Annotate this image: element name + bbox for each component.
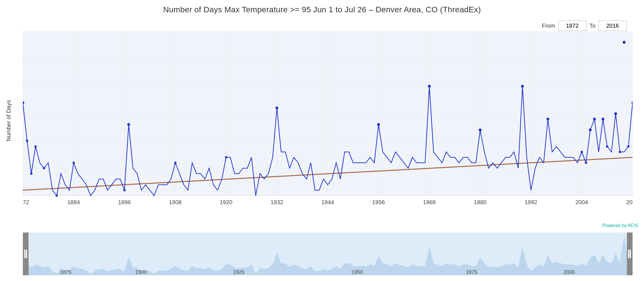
svg-text:2016: 2016	[626, 199, 633, 205]
chart-container: Number of Days Max Temperature >= 95 Jun…	[0, 0, 644, 281]
svg-text:1944: 1944	[321, 199, 334, 205]
svg-point-49	[123, 189, 126, 191]
y-axis-label: Number of Days	[0, 31, 17, 210]
main-chart: 0 5 10 15 20 25 30 1872 1884 1896 1908 1…	[23, 31, 633, 210]
svg-point-43	[26, 140, 28, 142]
svg-point-54	[377, 123, 380, 126]
from-label: From	[542, 23, 555, 29]
svg-point-56	[479, 129, 482, 131]
svg-text:1900: 1900	[135, 269, 147, 275]
svg-point-62	[614, 112, 617, 115]
svg-point-58	[546, 118, 549, 121]
svg-text:1975: 1975	[466, 269, 477, 275]
minimap: 1875 1900 1925 1950 1975 2000	[23, 232, 633, 275]
svg-text:1968: 1968	[423, 199, 436, 205]
to-label: To	[589, 23, 595, 29]
svg-point-60	[593, 118, 596, 121]
svg-point-63	[619, 151, 621, 153]
svg-point-69	[581, 151, 583, 153]
svg-point-51	[174, 162, 176, 164]
svg-point-53	[275, 107, 278, 109]
svg-point-57	[521, 85, 524, 88]
svg-text:1920: 1920	[220, 199, 233, 205]
chart-title: Number of Days Max Temperature >= 95 Jun…	[0, 0, 644, 14]
svg-point-64	[623, 41, 625, 44]
svg-rect-75	[630, 250, 631, 258]
svg-text:2000: 2000	[564, 269, 575, 275]
svg-rect-71	[23, 232, 633, 275]
svg-rect-73	[26, 250, 27, 258]
svg-point-61	[606, 145, 608, 148]
svg-text:1872: 1872	[23, 199, 29, 205]
svg-rect-72	[24, 250, 25, 258]
controls: From To	[542, 21, 627, 31]
svg-text:1875: 1875	[60, 269, 71, 275]
svg-text:1950: 1950	[352, 269, 363, 275]
svg-text:1932: 1932	[271, 199, 283, 205]
svg-text:1908: 1908	[169, 199, 182, 205]
svg-text:2004: 2004	[575, 199, 588, 205]
svg-text:1896: 1896	[118, 199, 131, 205]
svg-point-50	[127, 123, 130, 126]
svg-point-55	[428, 85, 431, 88]
to-input[interactable]	[598, 21, 627, 31]
svg-text:1980: 1980	[474, 199, 487, 205]
svg-point-65	[627, 145, 629, 148]
svg-rect-74	[628, 250, 629, 258]
svg-point-48	[73, 162, 75, 164]
svg-point-44	[30, 172, 33, 175]
svg-point-67	[601, 118, 604, 121]
svg-text:1956: 1956	[372, 199, 385, 205]
svg-point-68	[585, 162, 587, 164]
svg-point-47	[56, 194, 58, 197]
from-input[interactable]	[558, 21, 587, 31]
svg-text:1925: 1925	[233, 269, 244, 275]
svg-text:1992: 1992	[525, 199, 538, 205]
svg-point-59	[589, 129, 592, 131]
svg-point-52	[225, 156, 227, 158]
powered-label: Powered by ACIS	[603, 223, 638, 228]
svg-point-45	[35, 145, 37, 148]
svg-text:1884: 1884	[67, 199, 80, 205]
svg-point-46	[43, 167, 45, 169]
minimap-left-handle[interactable]	[23, 232, 29, 275]
